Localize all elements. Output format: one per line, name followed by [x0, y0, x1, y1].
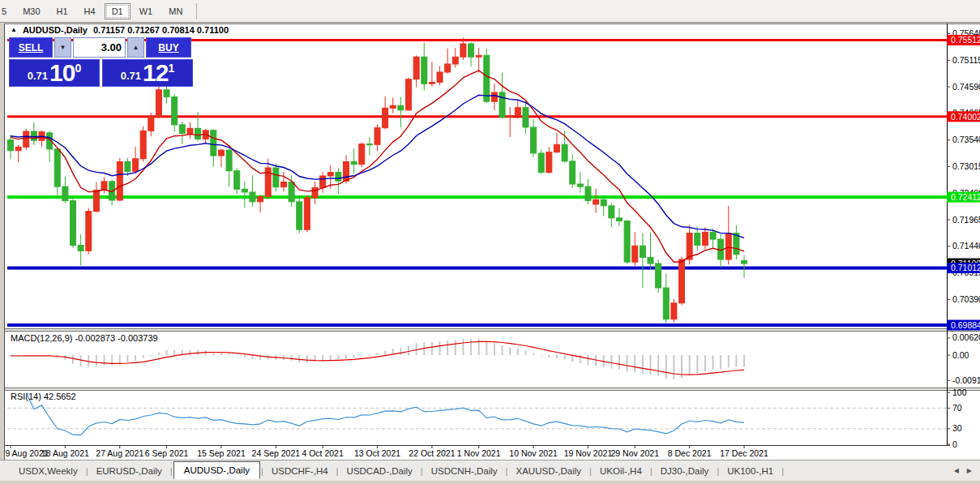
tab-usdcad-daily[interactable]: USDCAD-,Daily: [340, 463, 420, 479]
svg-text:-0.009197: -0.009197: [952, 375, 980, 385]
rsi-indicator-label: RSI(14) 42.5652: [11, 392, 76, 401]
tab-audusd-daily[interactable]: AUDUSD-,Daily: [173, 461, 260, 479]
tab-dj30-daily[interactable]: DJ30-,Daily: [653, 463, 716, 479]
volume-decrease-button[interactable]: ▼: [54, 37, 71, 58]
svg-text:22 Oct 2021: 22 Oct 2021: [409, 448, 455, 458]
buy-button-label: BUY: [158, 42, 178, 54]
tab-ukoil-h4[interactable]: UKOil-,H4: [593, 463, 649, 479]
svg-text:0.70390: 0.70390: [952, 294, 980, 304]
tab-uk100-h1[interactable]: UK100-,H1: [720, 463, 781, 479]
svg-text:17 Dec 2021: 17 Dec 2021: [720, 448, 768, 458]
svg-text:0.71440: 0.71440: [952, 241, 980, 251]
chart-ohlc-readout: 0.71157 0.71267 0.70814 0.71100: [93, 25, 229, 35]
svg-text:13 Oct 2021: 13 Oct 2021: [354, 448, 400, 458]
spinner-down-icon: ▼: [60, 44, 66, 51]
volume-increase-button[interactable]: ▲: [127, 37, 144, 58]
chart-frame: [5, 24, 980, 460]
spinner-up-icon: ▲: [133, 44, 139, 51]
timeframe-button-d1[interactable]: D1: [105, 3, 131, 19]
timeframe-button-mn[interactable]: MN: [161, 3, 190, 19]
volume-input[interactable]: [73, 37, 126, 58]
svg-text:0.006201: 0.006201: [952, 332, 980, 342]
sell-price-pips: 10: [49, 62, 75, 84]
tab-scroll-nav: ◀▶: [954, 467, 972, 474]
svg-text:0.75115: 0.75115: [952, 55, 980, 65]
sell-price-tile[interactable]: 0.71 10 0: [9, 59, 100, 87]
timeframe-button-5[interactable]: 5: [0, 3, 14, 19]
svg-text:15 Sep 2021: 15 Sep 2021: [197, 448, 246, 458]
timeframe-button-w1[interactable]: W1: [132, 3, 160, 19]
timeframe-button-m30[interactable]: M30: [15, 3, 47, 19]
svg-text:18 Aug 2021: 18 Aug 2021: [41, 448, 89, 458]
svg-text:0.75512: 0.75512: [951, 35, 980, 45]
macd-indicator-label: MACD(12,26,9) -0.002873 -0.003739: [11, 333, 158, 343]
one-click-trade-panel: SELL ▼ ▲ BUY 0.71 10 0 0.71 12 1: [9, 37, 193, 87]
tab-eurusd-daily[interactable]: EURUSD-,Daily: [89, 463, 169, 479]
svg-text:10 Nov 2021: 10 Nov 2021: [509, 448, 558, 458]
symbol-tab-bar: USDX,Weekly|EURUSD-,Daily|AUDUSD-,Daily|…: [0, 460, 980, 481]
svg-text:0: 0: [952, 439, 957, 449]
svg-text:0.71965: 0.71965: [952, 215, 980, 225]
timeframe-button-h1[interactable]: H1: [49, 3, 75, 19]
svg-text:70: 70: [952, 403, 962, 413]
sell-price-point: 0: [75, 63, 81, 73]
svg-text:100: 100: [952, 388, 967, 397]
chart-header: ▲ AUDUSD-,Daily 0.71157 0.71267 0.70814 …: [11, 25, 229, 35]
tab-usdx-weekly[interactable]: USDX,Weekly: [11, 463, 85, 479]
svg-text:8 Dec 2021: 8 Dec 2021: [668, 448, 712, 458]
svg-text:0.71012: 0.71012: [951, 263, 980, 272]
sell-button-label: SELL: [19, 42, 44, 54]
svg-text:0.74590: 0.74590: [952, 82, 980, 92]
buy-price-pips: 12: [143, 62, 168, 84]
svg-text:19 Nov 2021: 19 Nov 2021: [564, 448, 613, 458]
svg-text:0.73540: 0.73540: [952, 135, 980, 144]
buy-price-prefix: 0.71: [121, 68, 141, 84]
toolbar-separator: [196, 3, 197, 19]
tab-scroll-right-icon[interactable]: ▶: [967, 467, 972, 474]
svg-text:0.69884: 0.69884: [951, 320, 980, 330]
svg-text:27 Aug 2021: 27 Aug 2021: [96, 448, 143, 458]
svg-text:0.72412: 0.72412: [951, 192, 980, 202]
svg-text:0.73015: 0.73015: [952, 161, 980, 171]
svg-text:0.00: 0.00: [952, 350, 969, 360]
chart-symbol-title: AUDUSD-,Daily: [23, 25, 88, 35]
tab-scroll-left-icon[interactable]: ◀: [954, 467, 959, 474]
timeframe-toolbar: 5M30H1H4D1W1MN: [0, 0, 980, 23]
price-chart-surface[interactable]: 0.756400.751150.745900.740650.735400.730…: [5, 24, 980, 460]
timeframe-button-h4[interactable]: H4: [77, 3, 103, 19]
svg-text:6 Sep 2021: 6 Sep 2021: [145, 448, 189, 458]
time-axis: 9 Aug 202118 Aug 202127 Aug 20216 Sep 20…: [5, 446, 768, 458]
svg-text:0.74002: 0.74002: [951, 112, 980, 122]
buy-button[interactable]: BUY: [146, 37, 191, 58]
svg-text:30: 30: [952, 423, 962, 433]
sell-button[interactable]: SELL: [9, 37, 53, 58]
svg-text:29 Nov 2021: 29 Nov 2021: [610, 448, 659, 458]
buy-price-point: 1: [168, 63, 174, 73]
tab-usdchf-h4[interactable]: USDCHF-,H4: [264, 463, 336, 479]
sell-price-prefix: 0.71: [28, 68, 48, 84]
tab-separator: |: [781, 466, 785, 476]
chart-window: ▲ AUDUSD-,Daily 0.71157 0.71267 0.70814 …: [4, 24, 980, 460]
collapse-chart-icon[interactable]: ▲: [11, 26, 17, 33]
svg-text:24 Sep 2021: 24 Sep 2021: [252, 448, 301, 458]
svg-text:1 Nov 2021: 1 Nov 2021: [457, 448, 501, 458]
buy-price-tile[interactable]: 0.71 12 1: [102, 59, 193, 87]
tab-xauusd-daily[interactable]: XAUUSD-,Daily: [509, 463, 589, 479]
tab-usdcnh-daily[interactable]: USDCNH-,Daily: [424, 463, 505, 479]
svg-text:4 Oct 2021: 4 Oct 2021: [302, 448, 344, 458]
